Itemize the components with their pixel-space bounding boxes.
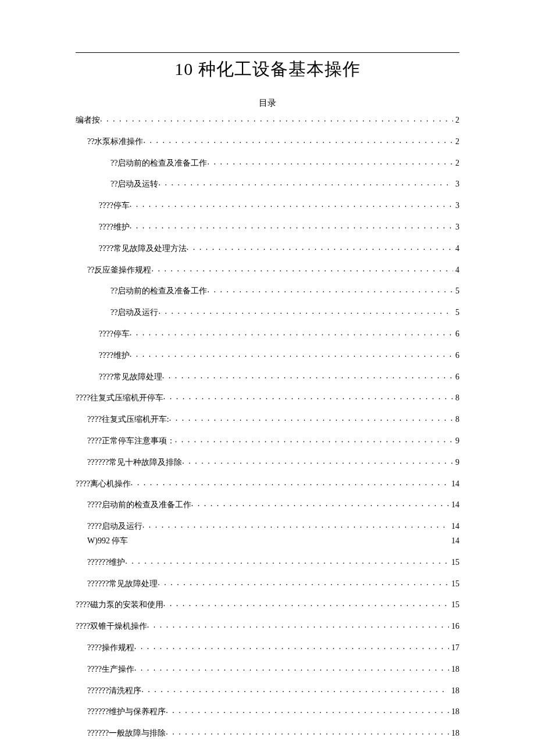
toc-row: ????常见故障处理6 [76, 371, 459, 382]
toc-page-number: 14 [449, 479, 459, 489]
toc-label: ??启动前的检查及准备工作 [110, 159, 207, 169]
toc-label: ??????清洗程序 [87, 686, 141, 696]
toc-row: ????维护3 [76, 221, 459, 232]
toc-page-number: 9 [453, 458, 459, 468]
toc-page-number: 2 [453, 137, 459, 147]
toc-row: ????启动及运行14 [76, 521, 459, 532]
toc-leader-dots [142, 521, 449, 529]
toc-container: 编者按2??水泵标准操作2??启动前的检查及准备工作2??启动及运转3????停… [76, 114, 459, 739]
toc-label: ????操作规程 [87, 643, 134, 653]
toc-leader-dots [175, 435, 453, 443]
toc-row: ??????常见故障处理15 [76, 578, 459, 589]
toc-leader-dots [125, 557, 449, 565]
toc-page-number: 15 [449, 579, 459, 589]
toc-label: ????离心机操作 [76, 479, 131, 489]
toc-leader-dots [147, 621, 449, 629]
toc-row: ??????清洗程序18 [76, 685, 459, 696]
toc-leader-dots [163, 392, 453, 400]
toc-row: ??启动前的检查及准备工作2 [76, 157, 459, 169]
toc-label: ??水泵标准操作 [87, 137, 143, 147]
toc-leader-dots [143, 136, 453, 144]
toc-leader-dots [130, 350, 453, 358]
toc-row: ??启动及运转3 [76, 178, 459, 189]
top-rule [76, 52, 459, 53]
toc-page-number: 18 [449, 707, 459, 717]
toc-label: ????往复式压缩机开停车 [76, 393, 163, 403]
toc-label: ????双锥干燥机操作 [76, 622, 147, 632]
toc-page-number: 6 [453, 329, 459, 339]
toc-row: ??????维护15 [76, 557, 459, 568]
toc-label: ????磁力泵的安装和使用 [76, 600, 163, 610]
toc-page-number: 15 [449, 600, 459, 610]
toc-leader-dots [162, 371, 453, 379]
toc-page-number: 14 [449, 500, 459, 510]
toc-row: ??????常见十种故障及排除9 [76, 457, 459, 468]
toc-label: ????维护 [99, 223, 130, 232]
toc-label: ????停车 [99, 329, 130, 339]
toc-leader-dots [158, 307, 453, 315]
toc-page-number: 6 [453, 351, 459, 361]
toc-page-number: 16 [449, 622, 459, 632]
toc-row: ??反应釜操作规程4 [76, 264, 459, 275]
toc-label: ????启动及运行 [87, 522, 142, 532]
toc-page-number: 2 [453, 116, 459, 126]
toc-label: ??启动及运行 [110, 308, 158, 318]
toc-page-number: 8 [453, 393, 459, 403]
toc-leader-dots [141, 685, 449, 693]
toc-row: ??启动及运行5 [76, 307, 459, 318]
toc-row: ????维护6 [76, 350, 459, 361]
toc-leader-dots [131, 478, 449, 486]
toc-page-number: 17 [449, 643, 459, 653]
toc-leader-dots [166, 728, 449, 736]
toc-leader-dots [163, 599, 449, 607]
toc-row: ????磁力泵的安装和使用15 [76, 599, 459, 610]
toc-row: ????操作规程17 [76, 642, 459, 653]
toc-row: ????生产操作18 [76, 664, 459, 675]
toc-row: ??????维护与保养程序18 [76, 706, 459, 717]
toc-leader-dots [158, 178, 453, 187]
toc-page-number: 3 [453, 180, 459, 189]
toc-row: ????往复式压缩机开车:8 [76, 414, 459, 425]
toc-row: ????停车3 [76, 200, 459, 211]
toc-label: ??反应釜操作规程 [87, 266, 151, 275]
toc-page-number: 15 [449, 558, 459, 568]
toc-leader-dots [207, 285, 453, 293]
toc-row: ????双锥干燥机操作16 [76, 621, 459, 632]
toc-row: ????正常停车注意事项：9 [76, 435, 459, 446]
toc-page-number: 6 [453, 372, 459, 382]
toc-label: ??????常见十种故障及排除 [87, 458, 182, 468]
toc-label: ??????维护 [87, 558, 125, 568]
toc-label: ????启动前的检查及准备工作 [87, 500, 191, 510]
toc-leader-dots [134, 664, 449, 672]
toc-leader-dots [166, 706, 449, 714]
toc-row: ??启动前的检查及准备工作5 [76, 285, 459, 296]
toc-leader-dots [191, 499, 449, 507]
toc-label: ??启动及运转 [110, 180, 158, 189]
toc-leader-dots [130, 328, 453, 336]
toc-row: ????离心机操作14 [76, 478, 459, 489]
toc-row: ????停车6 [76, 328, 459, 339]
toc-leader-dots [187, 243, 453, 251]
toc-label: 编者按 [76, 116, 100, 126]
toc-leader-dots [151, 264, 453, 273]
toc-page-number: 3 [453, 223, 459, 232]
toc-label: ??????维护与保养程序 [87, 707, 166, 717]
toc-row: ??????一般故障与排除18 [76, 728, 459, 739]
toc-page-number: 2 [453, 159, 459, 169]
toc-page-number: 5 [453, 286, 459, 296]
toc-label: ??启动前的检查及准备工作 [110, 286, 207, 296]
toc-row: 编者按2 [76, 114, 459, 126]
toc-page-number: 4 [453, 266, 459, 275]
toc-leader-dots [128, 535, 449, 543]
toc-label: ????常见故障及处理方法 [99, 244, 187, 254]
toc-leader-dots [169, 414, 453, 422]
toc-leader-dots [100, 114, 453, 123]
toc-page-number: 9 [453, 436, 459, 446]
toc-page-number: 14 [449, 536, 459, 546]
toc-leader-dots [130, 221, 453, 230]
toc-row: ????启动前的检查及准备工作14 [76, 499, 459, 510]
toc-page-number: 18 [449, 665, 459, 675]
toc-page-number: 3 [453, 201, 459, 211]
toc-label: ????停车 [99, 201, 130, 211]
toc-page-number: 8 [453, 415, 459, 425]
